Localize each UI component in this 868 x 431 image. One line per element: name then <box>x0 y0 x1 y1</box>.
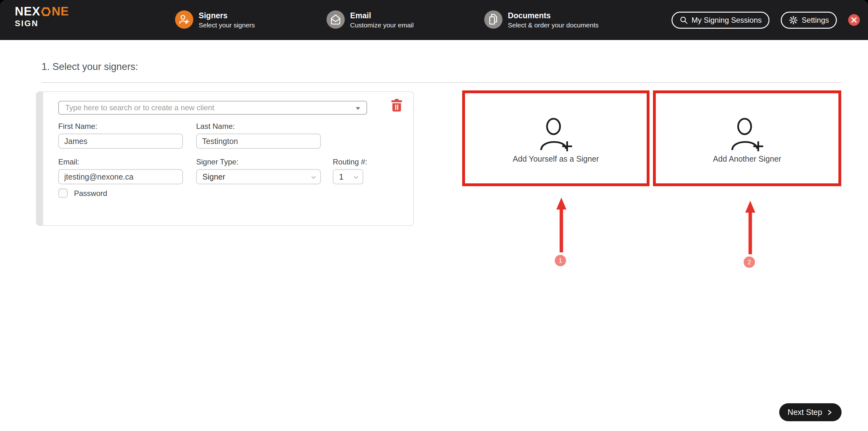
logo-prefix: NEX <box>15 5 40 18</box>
caret-down-icon[interactable] <box>356 107 360 110</box>
logo-wordmark: NEX NE <box>15 5 69 18</box>
password-label[interactable]: Password <box>74 189 107 198</box>
step-title: Email <box>350 11 414 20</box>
documents-glyph <box>487 13 500 26</box>
hexagon-o-icon <box>41 7 51 17</box>
sessions-label: My Signing Sessions <box>692 16 762 25</box>
nexone-sign-window: NEX NE SIGN S <box>0 0 868 431</box>
step-text: Documents Select & order your documents <box>508 10 598 29</box>
nav-step-documents[interactable]: Documents Select & order your documents <box>484 10 598 29</box>
add-yourself-as-signer-button[interactable]: Add Yourself as a Signer <box>462 90 650 186</box>
email-input[interactable] <box>58 169 183 184</box>
signer-type-label: Signer Type: <box>196 157 238 166</box>
chevron-down-icon <box>354 176 358 179</box>
step-subtitle: Customize your email <box>350 22 414 29</box>
trash-icon <box>391 99 403 112</box>
close-button[interactable] <box>848 14 860 26</box>
step-title: Signers <box>199 11 255 20</box>
step-text: Signers Select your signers <box>199 10 255 29</box>
person-plus-outline-icon <box>537 117 575 153</box>
password-checkbox[interactable] <box>58 189 68 198</box>
first-name-input[interactable] <box>58 134 183 149</box>
signer-type-select[interactable]: Signer <box>196 169 321 184</box>
person-plus-icon <box>175 10 193 29</box>
step-title: Documents <box>508 11 598 20</box>
gear-icon <box>789 16 798 25</box>
last-name-label: Last Name: <box>196 122 235 131</box>
logo-subtitle: SIGN <box>15 19 69 28</box>
last-name-input[interactable] <box>196 134 321 149</box>
routing-select[interactable]: 1 <box>333 169 363 184</box>
settings-button[interactable]: Settings <box>781 12 837 29</box>
close-icon <box>848 14 860 26</box>
next-step-label: Next Step <box>788 408 823 417</box>
documents-icon <box>484 10 502 29</box>
my-signing-sessions-button[interactable]: My Signing Sessions <box>672 12 770 29</box>
signer-card: Type here to search or to create a new c… <box>36 91 414 226</box>
card-drag-strip <box>36 92 43 225</box>
nav-step-signers[interactable]: Signers Select your signers <box>175 10 255 29</box>
settings-label: Settings <box>802 16 829 25</box>
search-icon <box>679 16 688 25</box>
chevron-down-icon <box>311 176 316 179</box>
section-divider <box>41 82 842 83</box>
routing-label: Routing #: <box>333 157 367 166</box>
signer-type-value: Signer <box>203 172 225 181</box>
person-plus-outline-icon <box>728 117 766 153</box>
first-name-label: First Name: <box>58 122 97 131</box>
next-step-button[interactable]: Next Step <box>779 403 842 421</box>
envelope-icon <box>327 10 345 29</box>
nav-step-email[interactable]: Email Customize your email <box>327 10 414 29</box>
page-title: 1. Select your signers: <box>41 61 138 73</box>
annotation-arrow-1 <box>556 198 567 253</box>
annotation-badge-1: 1 <box>555 255 566 266</box>
envelope-glyph <box>329 13 342 26</box>
add-yourself-label: Add Yourself as a Signer <box>513 154 599 164</box>
person-plus-glyph <box>178 13 190 26</box>
step-subtitle: Select your signers <box>199 22 255 29</box>
client-search-combobox[interactable]: Type here to search or to create a new c… <box>58 101 367 115</box>
add-another-signer-button[interactable]: Add Another Signer <box>653 90 841 186</box>
add-another-label: Add Another Signer <box>713 154 781 164</box>
annotation-arrow-2 <box>745 201 755 255</box>
delete-signer-button[interactable] <box>390 99 404 113</box>
annotation-badge-2: 2 <box>744 256 755 268</box>
logo-suffix: NE <box>52 5 69 18</box>
step-subtitle: Select & order your documents <box>508 22 598 29</box>
step-text: Email Customize your email <box>350 10 414 29</box>
routing-value: 1 <box>339 172 343 181</box>
nexone-sign-logo: NEX NE SIGN <box>15 5 69 28</box>
chevron-right-icon <box>826 409 833 416</box>
client-search-placeholder: Type here to search or to create a new c… <box>65 103 214 112</box>
top-navbar: NEX NE SIGN S <box>0 0 868 40</box>
navbar-actions: My Signing Sessions <box>672 0 860 40</box>
email-label: Email: <box>58 157 79 166</box>
